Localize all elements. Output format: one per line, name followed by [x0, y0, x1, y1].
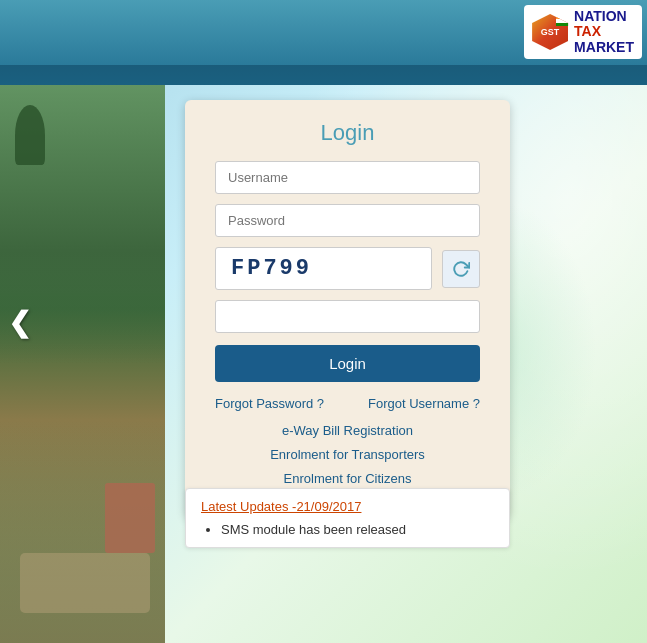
logo-container: GST NATION TAX MARKET: [524, 5, 642, 59]
captcha-display: FP799: [215, 247, 432, 290]
eway-bill-link-container: e-Way Bill Registration: [215, 421, 480, 439]
logo-text: NATION TAX MARKET: [574, 9, 634, 55]
gst-label: GST: [541, 27, 560, 37]
captcha-refresh-button[interactable]: [442, 250, 480, 288]
updates-list: SMS module has been released: [201, 522, 494, 537]
enrolment-citizens-link-container: Enrolment for Citizens: [215, 469, 480, 487]
updates-box: Latest Updates -21/09/2017 SMS module ha…: [185, 488, 510, 548]
eway-bill-registration-link[interactable]: e-Way Bill Registration: [282, 423, 413, 438]
road-decoration: [20, 553, 150, 613]
links-row: Forgot Password ? Forgot Username ?: [215, 396, 480, 411]
carousel-prev-button[interactable]: ❮: [8, 305, 31, 338]
enrolment-transporters-link[interactable]: Enrolment for Transporters: [270, 447, 425, 462]
login-button[interactable]: Login: [215, 345, 480, 382]
forgot-password-link[interactable]: Forgot Password ?: [215, 396, 324, 411]
captcha-input[interactable]: [215, 300, 480, 333]
refresh-icon: [452, 260, 470, 278]
mid-bar: [0, 65, 647, 85]
login-title: Login: [215, 120, 480, 146]
tree-decoration: [15, 105, 45, 165]
logo-line1: NATION: [574, 9, 634, 24]
enrolment-citizens-link[interactable]: Enrolment for Citizens: [284, 471, 412, 486]
enrolment-transporters-link-container: Enrolment for Transporters: [215, 445, 480, 463]
update-item-1: SMS module has been released: [221, 522, 494, 537]
forgot-username-link[interactable]: Forgot Username ?: [368, 396, 480, 411]
password-input[interactable]: [215, 204, 480, 237]
logo-gst-badge: GST: [532, 14, 568, 50]
logo-line2: TAX: [574, 24, 634, 39]
left-image-panel: [0, 85, 165, 643]
logo-line3: MARKET: [574, 40, 634, 55]
building-decoration: [105, 483, 155, 553]
username-input[interactable]: [215, 161, 480, 194]
captcha-row: FP799: [215, 247, 480, 290]
updates-title[interactable]: Latest Updates -21/09/2017: [201, 499, 494, 514]
login-card: Login FP799 Login Forgot Password ? Forg…: [185, 100, 510, 518]
india-flag: [556, 16, 570, 26]
